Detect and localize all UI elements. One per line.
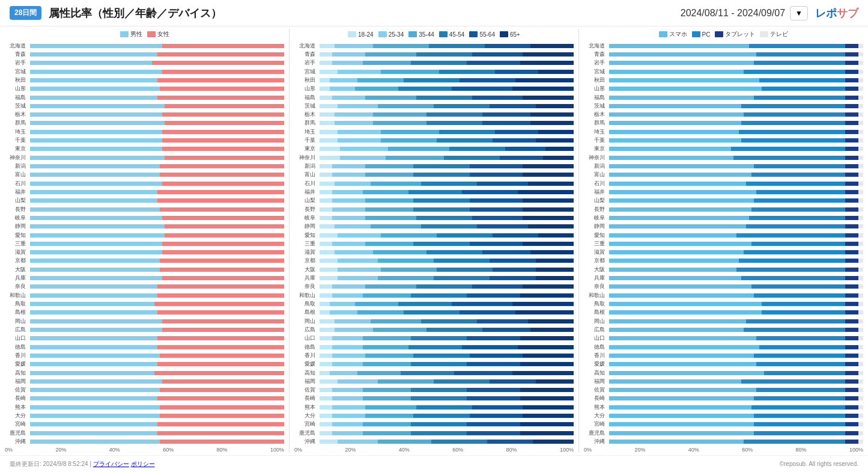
bar-segment: [845, 345, 858, 349]
bar-segment: [365, 173, 413, 177]
bar-cell: [30, 360, 284, 369]
prefecture-label: 福井: [294, 188, 317, 196]
stacked-bar: [320, 182, 574, 186]
stacked-bar: [320, 52, 574, 57]
bar-segment: [482, 250, 530, 254]
privacy-link[interactable]: プライバシー: [93, 461, 129, 467]
prefecture-label: 秋田: [5, 76, 28, 84]
bar-segment: [845, 87, 858, 91]
bar-segment: [320, 147, 340, 151]
stacked-bar: [30, 422, 284, 426]
bar-cell: [30, 274, 284, 282]
bar-cell: [30, 411, 284, 420]
bar-segment: [320, 173, 332, 177]
bar-segment: [845, 198, 858, 203]
bar-segment: [320, 336, 332, 340]
bar-segment: [467, 336, 520, 340]
bar-segment: [411, 362, 467, 366]
bar-segment: [472, 96, 523, 100]
bar-segment: [495, 70, 538, 74]
stacked-bar: [609, 138, 863, 143]
prefecture-label: 徳島: [294, 343, 317, 351]
bar-segment: [858, 268, 863, 272]
date-dropdown[interactable]: ▼: [790, 6, 808, 20]
bar-segment: [845, 242, 858, 246]
bar-segment: [162, 319, 284, 323]
prefecture-label: 新潟: [5, 162, 28, 170]
bar-segment: [160, 259, 284, 263]
prefecture-label: 栃木: [584, 111, 607, 119]
prefecture-label: 兵庫: [584, 274, 607, 282]
prefecture-label: 高知: [5, 369, 28, 377]
prefecture-label: 青森: [5, 50, 28, 58]
bar-segment: [320, 396, 332, 400]
prefecture-label: 茨城: [294, 102, 317, 110]
bar-cell: [30, 351, 284, 360]
bar-segment: [426, 250, 482, 254]
bar-cell: [609, 85, 863, 93]
bar-cell: [609, 257, 863, 265]
bar-cell: [609, 197, 863, 205]
stacked-bar: [609, 276, 863, 280]
bar-cell: [609, 265, 863, 274]
bar-segment: [858, 216, 863, 220]
stacked-bar: [609, 216, 863, 220]
prefecture-label: 栃木: [5, 111, 28, 119]
bar-segment: [449, 147, 505, 151]
bar-segment: [411, 396, 467, 400]
bar-segment: [365, 198, 413, 203]
prefecture-label: 長崎: [5, 394, 28, 403]
bar-segment: [609, 61, 754, 65]
prefecture-label: 山形: [294, 85, 317, 93]
bar-cell: [30, 111, 284, 119]
prefecture-label: 東京: [294, 145, 317, 153]
bar-segment: [858, 259, 863, 263]
bar-segment: [338, 138, 381, 143]
bar-cell: [320, 50, 574, 58]
bar-cell: [320, 171, 574, 179]
stacked-bar: [30, 87, 284, 91]
bar-segment: [609, 44, 749, 48]
stacked-bar: [30, 405, 284, 409]
bar-cell: [30, 283, 284, 291]
bar-cell: [320, 85, 574, 93]
bar-segment: [332, 293, 363, 298]
bar-segment: [490, 379, 535, 384]
bar-cell: [30, 429, 284, 437]
bar-cell: [320, 411, 574, 420]
stacked-bar: [320, 242, 574, 246]
bar-segment: [736, 233, 846, 238]
bar-segment: [413, 198, 469, 203]
bar-segment: [528, 182, 574, 186]
date-range: 2024/08/11 - 2024/09/07: [681, 8, 785, 19]
policy-link[interactable]: ポリシー: [131, 461, 155, 467]
bar-segment: [536, 379, 574, 384]
bar-segment: [460, 310, 515, 314]
bar-segment: [609, 52, 756, 57]
device-bars: [609, 41, 863, 446]
prefecture-label: 埼玉: [5, 127, 28, 136]
bar-segment: [320, 112, 335, 117]
bar-segment: [426, 112, 482, 117]
bar-segment: [320, 302, 330, 306]
bar-segment: [520, 336, 574, 340]
bar-segment: [858, 198, 863, 203]
bar-cell: [30, 239, 284, 248]
bar-cell: [320, 205, 574, 213]
stacked-bar: [320, 61, 574, 65]
bar-segment: [609, 156, 733, 160]
legend-swatch: [692, 31, 700, 37]
stacked-bar: [30, 190, 284, 194]
x-tick: 0%: [5, 447, 13, 453]
bar-cell: [30, 179, 284, 188]
bar-segment: [741, 138, 845, 143]
bar-segment: [493, 233, 538, 238]
bar-segment: [756, 190, 845, 194]
bar-segment: [543, 156, 574, 160]
stacked-bar: [30, 121, 284, 125]
bar-cell: [320, 213, 574, 222]
bar-segment: [437, 268, 493, 272]
bar-cell: [609, 41, 863, 50]
stacked-bar: [30, 345, 284, 349]
stacked-bar: [609, 284, 863, 289]
